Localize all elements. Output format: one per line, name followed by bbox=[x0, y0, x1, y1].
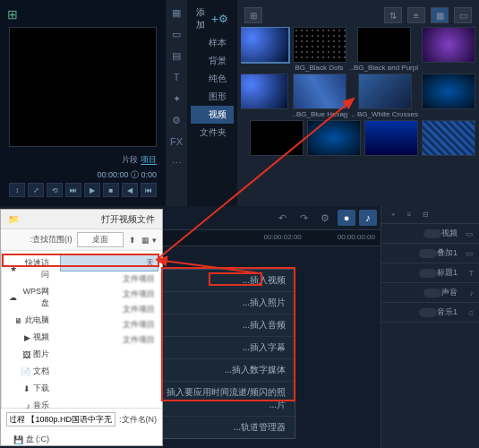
redo-icon[interactable]: ↷ bbox=[295, 210, 312, 226]
preview-settings-icon[interactable]: ⊞ bbox=[5, 5, 160, 23]
thumb[interactable] bbox=[357, 27, 411, 63]
file-item[interactable]: 文件项目 bbox=[60, 302, 158, 317]
cat-video[interactable]: 视频 bbox=[191, 106, 234, 124]
thumb[interactable] bbox=[422, 73, 475, 109]
cat-folder[interactable]: 文件夹 bbox=[191, 124, 234, 142]
loop-icon[interactable]: ⟲ bbox=[47, 183, 63, 197]
add-track-icon[interactable]: + bbox=[386, 209, 400, 221]
stop-icon[interactable]: ■ bbox=[103, 183, 119, 197]
media-library: ▭ ▦ ≡ ⇅ ⊞ BG_Black and Purpl.. BG_Black … bbox=[237, 0, 479, 206]
cat-sample[interactable]: 样本 bbox=[191, 34, 234, 52]
title-tab-icon[interactable]: T bbox=[167, 68, 185, 86]
location-combo[interactable]: 桌面 bbox=[77, 232, 124, 247]
filename-input[interactable] bbox=[6, 412, 115, 426]
file-item[interactable]: 文件项目 bbox=[60, 271, 158, 287]
side-pictures[interactable]: 图片🖼 bbox=[5, 346, 53, 363]
track-toggle[interactable] bbox=[419, 249, 437, 258]
ctx-insert-video[interactable]: 插入视频... bbox=[158, 270, 295, 292]
track-overlay[interactable]: ▭叠加1 bbox=[381, 244, 479, 263]
transition-tab-icon[interactable]: ▤ bbox=[167, 47, 185, 65]
media-tab-icon[interactable]: ▦ bbox=[167, 4, 185, 22]
play-icon[interactable]: ▶ bbox=[84, 183, 100, 197]
folder-icon[interactable]: ▭ bbox=[454, 7, 472, 23]
file-item[interactable]: 文件项目 bbox=[60, 332, 158, 348]
thumb[interactable] bbox=[293, 73, 346, 109]
plus-icon[interactable]: + bbox=[211, 12, 218, 26]
file-item-selected[interactable]: 天 bbox=[60, 254, 158, 271]
track-lock-icon[interactable]: ⊟ bbox=[418, 209, 432, 221]
media-toolbar: ▭ ▦ ≡ ⇅ ⊞ bbox=[241, 4, 475, 27]
undo-icon[interactable]: ↶ bbox=[273, 210, 291, 226]
side-cdrive[interactable]: (C:) 盘💾 bbox=[5, 431, 53, 448]
track-music[interactable]: ♫音乐1 bbox=[381, 303, 479, 323]
category-header: 添加 bbox=[196, 6, 211, 31]
thumb[interactable] bbox=[358, 73, 412, 109]
thumb[interactable] bbox=[241, 27, 289, 63]
track-toggle[interactable] bbox=[419, 269, 437, 278]
up-icon[interactable]: ⬆ bbox=[129, 236, 136, 245]
ctx-insert-subtitle[interactable]: 插入字幕... bbox=[158, 337, 295, 359]
thumb[interactable] bbox=[364, 120, 418, 156]
file-item[interactable]: 文件项目 bbox=[60, 287, 158, 302]
cat-graphic[interactable]: 图形 bbox=[191, 88, 234, 106]
ctx-insert-digital[interactable]: 插入数字媒体... bbox=[158, 359, 295, 382]
cat-background[interactable]: 背景 bbox=[191, 52, 234, 70]
thumbnail-grid: BG_Black and Purpl.. BG_Black Dots BG_Wh… bbox=[241, 27, 475, 197]
tab-project[interactable]: 项目 bbox=[141, 155, 157, 165]
ctx-track-manager[interactable]: 轨道管理器... bbox=[158, 417, 295, 438]
side-pc[interactable]: 此电脑🖥 bbox=[5, 312, 53, 329]
file-item[interactable]: 文件项目 bbox=[60, 317, 158, 332]
image-icon: 🖼 bbox=[21, 350, 30, 359]
file-list[interactable]: 天 文件项目 文件项目 文件项目 文件项目 文件项目 bbox=[56, 251, 162, 408]
grid-icon[interactable]: ▦ bbox=[431, 7, 449, 23]
fx-tab-icon[interactable]: FX bbox=[167, 133, 185, 151]
fullscreen-icon[interactable]: ↕ bbox=[9, 183, 25, 197]
cat-solid[interactable]: 纯色 bbox=[191, 70, 234, 88]
thumb[interactable] bbox=[307, 120, 361, 156]
thumb[interactable] bbox=[241, 73, 288, 109]
thumb[interactable] bbox=[422, 120, 475, 156]
preview-screen[interactable] bbox=[9, 27, 157, 147]
filter-tab-icon[interactable]: ⚙ bbox=[167, 111, 185, 129]
template-tab-icon[interactable]: ▭ bbox=[167, 25, 185, 43]
thumb[interactable] bbox=[250, 120, 304, 156]
track-video[interactable]: ▭视频 bbox=[381, 224, 479, 244]
file-dialog: 打开视频文件 📁 ▾ ▦ ⬆ 桌面 查找范围(I): 天 文件项目 文件项目 文… bbox=[0, 209, 163, 446]
gear-icon[interactable]: ⚙ bbox=[218, 13, 228, 25]
preview-tabs: 片段 项目 bbox=[9, 154, 157, 166]
next-icon[interactable]: ⏭ bbox=[65, 183, 81, 197]
record-icon[interactable]: ● bbox=[338, 210, 355, 226]
disk-icon: 💾 bbox=[14, 435, 23, 444]
side-videos[interactable]: 视频▶ bbox=[5, 329, 53, 346]
rev-icon[interactable]: ◀ bbox=[122, 183, 138, 197]
thumb[interactable] bbox=[422, 27, 475, 63]
settings-icon[interactable]: ⚙ bbox=[316, 210, 334, 226]
side-wps[interactable]: WPS网盘☁ bbox=[5, 283, 53, 312]
view-icon[interactable]: ⊞ bbox=[244, 7, 262, 23]
side-documents[interactable]: 文档📄 bbox=[5, 363, 53, 380]
ctx-insert-photo[interactable]: 插入照片... bbox=[158, 292, 295, 314]
ctx-insert-audio[interactable]: 插入音频... bbox=[158, 314, 295, 337]
side-quickaccess[interactable]: 快速访问★ bbox=[5, 254, 53, 283]
more-tab-icon[interactable]: ⋯ bbox=[167, 154, 185, 172]
voice-track-icon: ♪ bbox=[461, 289, 474, 297]
track-toggle[interactable] bbox=[423, 289, 441, 297]
view-dropdown-icon[interactable]: ▾ ▦ bbox=[141, 236, 157, 245]
cloud-icon: ☁ bbox=[9, 293, 17, 302]
dialog-sidebar: 快速访问★ WPS网盘☁ 此电脑🖥 视频▶ 图片🖼 文档📄 下载⬇ 音乐♪ 桌面… bbox=[1, 251, 56, 408]
list-icon[interactable]: ≡ bbox=[407, 7, 425, 23]
graphic-tab-icon[interactable]: ✦ bbox=[167, 90, 185, 108]
thumb[interactable] bbox=[293, 27, 346, 63]
track-toggle[interactable] bbox=[419, 308, 437, 317]
sort-icon[interactable]: ⇅ bbox=[384, 7, 402, 23]
prev-icon[interactable]: ⏮ bbox=[141, 183, 157, 197]
tab-clip[interactable]: 片段 bbox=[122, 155, 138, 164]
ctx-insert-timelapse[interactable]: 插入要应用时间流逝/频闪的照片... bbox=[158, 382, 295, 417]
track-opt-icon[interactable]: ≡ bbox=[402, 209, 416, 221]
side-downloads[interactable]: 下载⬇ bbox=[5, 380, 53, 397]
repeat-icon[interactable]: ⤢ bbox=[28, 183, 44, 197]
mixer-icon[interactable]: ♪ bbox=[359, 210, 377, 226]
track-title[interactable]: T标题1 bbox=[381, 263, 479, 283]
track-voice[interactable]: ♪声音 bbox=[381, 283, 479, 303]
track-toggle[interactable] bbox=[423, 229, 441, 238]
